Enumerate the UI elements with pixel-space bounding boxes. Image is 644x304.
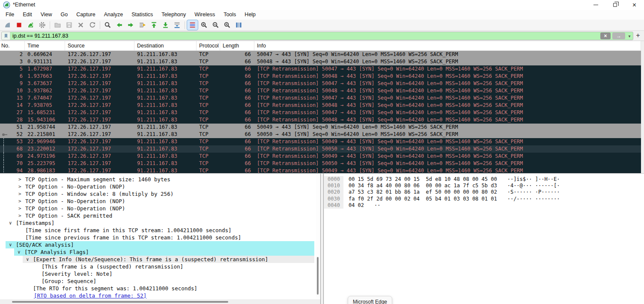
packet-row[interactable]: 3 0.931131 172.26.127.197 91.211.167.83 … bbox=[0, 58, 641, 65]
expand-arrow-icon[interactable]: > bbox=[18, 176, 21, 183]
detail-text[interactable]: [The RTO for this segment was: 1.0042110… bbox=[33, 285, 197, 292]
colorize-icon[interactable] bbox=[187, 20, 198, 30]
column-time[interactable]: Time bbox=[25, 41, 65, 50]
detail-text[interactable]: [RTO based on delta from frame: 52] bbox=[34, 292, 146, 299]
menu-wireless[interactable]: Wireless bbox=[190, 10, 219, 19]
detail-line[interactable]: ∨ [Expert Info (Note/Sequence): This fra… bbox=[0, 256, 321, 263]
hex-row[interactable]: 0040 04 02 ·· bbox=[324, 202, 560, 209]
open-file-icon[interactable] bbox=[52, 20, 63, 30]
detail-line[interactable]: > TCP Option - No-Operation (NOP) bbox=[0, 183, 321, 190]
restore-button[interactable] bbox=[605, 0, 625, 10]
packet-row[interactable]: 2 0.669624 172.26.127.197 91.211.167.83 … bbox=[0, 51, 641, 58]
menu-telephony[interactable]: Telephony bbox=[157, 10, 190, 19]
column-protocol[interactable]: Protocol bbox=[197, 41, 220, 50]
go-last-packet-icon[interactable] bbox=[160, 20, 171, 30]
hex-row[interactable]: 0010 00 34 f8 a4 40 00 80 06 00 00 ac 1a… bbox=[324, 183, 560, 189]
packet-row[interactable]: 27 15.685231 172.26.127.197 91.211.167.8… bbox=[0, 109, 641, 116]
packet-row[interactable]: 28 15.943106 172.26.127.197 91.211.167.8… bbox=[0, 116, 641, 124]
expand-arrow-icon[interactable]: ∨ bbox=[26, 256, 29, 263]
packet-row[interactable]: 69 24.973196 172.26.127.197 91.211.167.8… bbox=[0, 153, 641, 160]
details-hscroll-thumb[interactable] bbox=[12, 301, 228, 303]
menu-help[interactable]: Help bbox=[240, 10, 260, 19]
expand-arrow-icon[interactable]: ∨ bbox=[9, 219, 12, 227]
display-filter-field[interactable]: × → ▾ bbox=[1, 32, 633, 40]
minimize-button[interactable] bbox=[586, 0, 605, 10]
detail-line[interactable]: [Group: Sequence] bbox=[0, 277, 321, 285]
packet-row[interactable]: 6 1.937663 172.26.127.197 91.211.167.83 … bbox=[0, 73, 641, 80]
go-back-icon[interactable] bbox=[114, 20, 125, 30]
details-vscroll-thumb[interactable] bbox=[317, 257, 319, 295]
column-info[interactable]: Info bbox=[254, 41, 641, 50]
column-source[interactable]: Source bbox=[65, 41, 134, 50]
packet-row[interactable]: 5 1.672987 172.26.127.197 91.211.167.83 … bbox=[0, 65, 641, 73]
close-file-icon[interactable] bbox=[75, 20, 86, 30]
packet-row[interactable]: 53 22.969946 172.26.127.197 91.211.167.8… bbox=[0, 138, 641, 145]
go-first-packet-icon[interactable] bbox=[149, 20, 159, 30]
packet-row[interactable]: 14 7.938705 172.26.127.197 91.211.167.83… bbox=[0, 102, 641, 109]
packet-row[interactable]: 13 7.674047 172.26.127.197 91.211.167.83… bbox=[0, 94, 641, 102]
detail-line[interactable]: [The RTO for this segment was: 1.0042110… bbox=[0, 285, 321, 292]
detail-text[interactable]: [TCP Analysis Flags] bbox=[24, 248, 89, 256]
filter-dropdown-caret[interactable]: ▾ bbox=[626, 34, 633, 38]
detail-line[interactable]: ∨ [Timestamps] bbox=[0, 219, 321, 227]
expand-arrow-icon[interactable]: > bbox=[18, 205, 21, 212]
start-capture-icon[interactable] bbox=[2, 20, 13, 30]
detail-text[interactable]: [SEQ/ACK analysis] bbox=[16, 241, 74, 248]
go-forward-icon[interactable] bbox=[125, 20, 136, 30]
packet-list-scrollbar[interactable] bbox=[641, 41, 644, 173]
expand-arrow-icon[interactable]: ∨ bbox=[18, 248, 21, 256]
column-length[interactable]: Length bbox=[220, 41, 254, 50]
packet-row[interactable]: 94 28.986183 172.26.127.197 91.211.167.8… bbox=[0, 167, 641, 173]
expand-arrow-icon[interactable]: > bbox=[18, 198, 21, 205]
go-to-packet-icon[interactable] bbox=[137, 20, 148, 30]
restart-capture-icon[interactable] bbox=[25, 20, 36, 30]
packet-row[interactable]: 9 3.673637 172.26.127.197 91.211.167.83 … bbox=[0, 80, 641, 87]
column-destination[interactable]: Destination bbox=[134, 41, 197, 50]
reload-file-icon[interactable] bbox=[87, 20, 98, 30]
detail-text[interactable]: [Group: Sequence] bbox=[42, 277, 96, 285]
menu-analyze[interactable]: Analyze bbox=[100, 10, 127, 19]
detail-line[interactable]: ∨ [SEQ/ACK analysis] bbox=[0, 241, 321, 248]
detail-line[interactable]: > TCP Option - Maximum segment size: 146… bbox=[0, 176, 321, 183]
menu-tools[interactable]: Tools bbox=[219, 10, 240, 19]
detail-line[interactable]: [Time since first frame in this TCP stre… bbox=[0, 227, 321, 234]
menu-capture[interactable]: Capture bbox=[72, 10, 99, 19]
auto-scroll-icon[interactable] bbox=[172, 20, 182, 30]
menu-statistics[interactable]: Statistics bbox=[127, 10, 157, 19]
close-button[interactable]: × bbox=[625, 0, 644, 10]
menu-view[interactable]: View bbox=[36, 10, 57, 19]
filter-add-button[interactable]: + bbox=[634, 31, 642, 40]
packet-row[interactable]: 51 21.958744 172.26.127.197 91.211.167.8… bbox=[0, 124, 641, 131]
filter-apply-button[interactable]: → bbox=[612, 32, 625, 39]
resize-columns-icon[interactable] bbox=[233, 20, 244, 30]
filter-bookmark-icon[interactable] bbox=[2, 32, 10, 40]
detail-text[interactable]: [Time since previous frame in this TCP s… bbox=[25, 234, 241, 241]
detail-text[interactable]: [Timestamps] bbox=[16, 219, 54, 227]
detail-text[interactable]: [Time since first frame in this TCP stre… bbox=[25, 227, 232, 234]
detail-line[interactable]: > TCP Option - SACK permitted bbox=[0, 212, 321, 219]
detail-line[interactable]: > TCP Option - No-Operation (NOP) bbox=[0, 205, 321, 212]
menu-go[interactable]: Go bbox=[57, 10, 72, 19]
menu-edit[interactable]: Edit bbox=[18, 10, 36, 19]
column-no[interactable]: No. bbox=[0, 41, 25, 50]
menu-file[interactable]: File bbox=[1, 10, 18, 19]
details-horizontal-scrollbar[interactable] bbox=[0, 299, 320, 304]
find-packet-icon[interactable] bbox=[102, 20, 113, 30]
detail-line[interactable]: > TCP Option - No-Operation (NOP) bbox=[0, 198, 321, 205]
expand-arrow-icon[interactable]: ∨ bbox=[9, 241, 12, 248]
expand-arrow-icon[interactable]: > bbox=[18, 212, 21, 219]
zoom-original-icon[interactable] bbox=[222, 20, 233, 30]
packet-row[interactable]: 10 3.937862 172.26.127.197 91.211.167.83… bbox=[0, 87, 641, 94]
detail-line[interactable]: ∨ [TCP Analysis Flags] bbox=[0, 248, 321, 256]
details-vertical-scrollbar[interactable] bbox=[316, 174, 320, 298]
detail-text[interactable]: [This frame is a (suspected) retransmiss… bbox=[42, 263, 183, 270]
detail-line[interactable]: [Time since previous frame in this TCP s… bbox=[0, 234, 321, 241]
detail-line[interactable]: [This frame is a (suspected) retransmiss… bbox=[0, 263, 321, 270]
display-filter-input[interactable] bbox=[10, 32, 599, 40]
detail-text[interactable]: TCP Option - Maximum segment size: 1460 … bbox=[25, 176, 170, 183]
expand-arrow-icon[interactable]: > bbox=[18, 183, 21, 190]
packet-row[interactable]: 70 25.223795 172.26.127.197 91.211.167.8… bbox=[0, 160, 641, 167]
hex-row[interactable]: 0030 fa f0 2f 2d 00 00 02 04 05 b4 01 03… bbox=[324, 196, 560, 202]
detail-text[interactable]: TCP Option - No-Operation (NOP) bbox=[25, 183, 125, 190]
zoom-in-icon[interactable] bbox=[199, 20, 209, 30]
